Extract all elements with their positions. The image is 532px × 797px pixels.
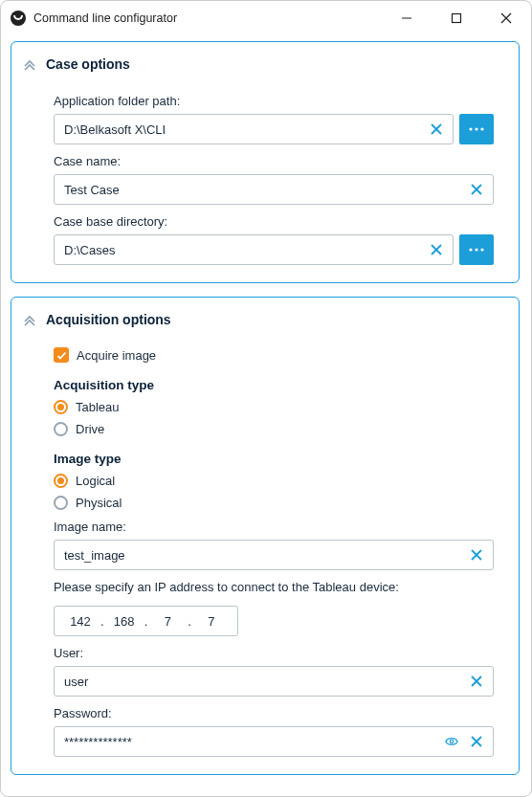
image-name-field: Image name: (54, 520, 494, 570)
image-name-label: Image name: (54, 520, 494, 534)
password-label: Password: (54, 706, 494, 720)
dot-icon: . (100, 614, 104, 629)
image-type-heading: Image type (54, 452, 494, 466)
ip-input: . . . (54, 606, 238, 636)
case-base-dir-input-wrap (54, 234, 454, 265)
clear-icon[interactable] (466, 544, 487, 565)
app-folder-label: Application folder path: (54, 94, 494, 108)
acquisition-type-heading: Acquisition type (54, 378, 494, 392)
password-input[interactable] (62, 734, 437, 750)
ip-label: Please specify an IP address to connect … (54, 580, 494, 594)
ip-octet-2[interactable] (108, 613, 141, 630)
user-input-wrap (54, 666, 494, 697)
radio-checked-icon (54, 400, 68, 414)
reveal-password-icon[interactable] (441, 731, 462, 752)
radio-label: Physical (76, 496, 122, 510)
acquire-image-row[interactable]: Acquire image (54, 347, 494, 363)
case-base-dir-input[interactable] (62, 242, 422, 258)
svg-point-14 (475, 248, 477, 251)
titlebar: Command line configurator (1, 1, 531, 35)
acquisition-section: Acquisition options Acquire image Acquis… (11, 297, 520, 775)
case-base-dir-field: Case base directory: (54, 214, 494, 265)
minimize-button[interactable] (386, 3, 428, 33)
svg-point-20 (450, 740, 454, 743)
radio-logical[interactable]: Logical (54, 474, 494, 488)
user-input[interactable] (62, 674, 462, 690)
section-title: Case options (46, 56, 130, 72)
svg-point-6 (469, 127, 472, 130)
radio-label: Tableau (76, 400, 120, 414)
clear-icon[interactable] (466, 671, 487, 692)
radio-checked-icon (54, 474, 68, 488)
browse-button[interactable] (459, 234, 494, 265)
password-input-wrap (54, 726, 494, 757)
case-name-label: Case name: (54, 154, 494, 168)
content-area: Case options Application folder path: (1, 35, 531, 796)
app-folder-field: Application folder path: (54, 94, 494, 144)
checkbox-checked-icon (54, 347, 69, 363)
password-field: Password: (54, 706, 494, 757)
app-folder-input[interactable] (62, 122, 422, 138)
case-name-input-wrap (54, 174, 494, 205)
radio-unchecked-icon (54, 496, 68, 510)
dot-icon: . (188, 614, 191, 629)
ip-octet-4[interactable] (195, 613, 228, 630)
scroll-content[interactable]: Case options Application folder path: (11, 41, 521, 788)
radio-drive[interactable]: Drive (54, 422, 494, 436)
svg-rect-1 (453, 14, 461, 23)
section-title: Acquisition options (46, 312, 171, 327)
window-title: Command line configurator (33, 11, 378, 25)
close-button[interactable] (485, 3, 527, 33)
clear-icon[interactable] (466, 731, 487, 752)
acquisition-header[interactable]: Acquisition options (11, 298, 519, 340)
clear-icon[interactable] (426, 239, 447, 260)
ip-octet-3[interactable] (151, 613, 184, 630)
app-folder-input-wrap (54, 114, 454, 144)
app-icon (11, 11, 26, 26)
collapse-icon (19, 54, 40, 75)
browse-button[interactable] (459, 114, 494, 144)
case-options-body: Application folder path: (11, 94, 519, 282)
clear-icon[interactable] (466, 179, 487, 200)
case-name-input[interactable] (62, 182, 462, 198)
case-options-header[interactable]: Case options (11, 42, 519, 84)
radio-label: Drive (76, 422, 104, 436)
case-options-section: Case options Application folder path: (11, 41, 520, 283)
maximize-button[interactable] (435, 3, 477, 33)
svg-point-15 (480, 248, 483, 251)
svg-point-13 (469, 248, 472, 251)
radio-unchecked-icon (54, 422, 68, 436)
acquisition-body: Acquire image Acquisition type Tableau D… (11, 347, 519, 774)
radio-label: Logical (76, 474, 115, 488)
case-name-field: Case name: (54, 154, 494, 205)
radio-tableau[interactable]: Tableau (54, 400, 494, 414)
collapse-icon (19, 309, 40, 330)
image-name-input[interactable] (62, 547, 462, 564)
clear-icon[interactable] (426, 119, 447, 140)
ip-octet-1[interactable] (64, 613, 97, 630)
case-base-dir-label: Case base directory: (54, 214, 494, 229)
user-label: User: (54, 646, 494, 660)
ip-field: Please specify an IP address to connect … (54, 580, 494, 636)
svg-point-8 (480, 127, 483, 130)
radio-physical[interactable]: Physical (54, 496, 494, 510)
user-field: User: (54, 646, 494, 697)
dot-icon: . (144, 614, 148, 629)
acquire-image-label: Acquire image (77, 348, 156, 363)
svg-point-7 (475, 127, 477, 130)
image-name-input-wrap (54, 540, 494, 570)
